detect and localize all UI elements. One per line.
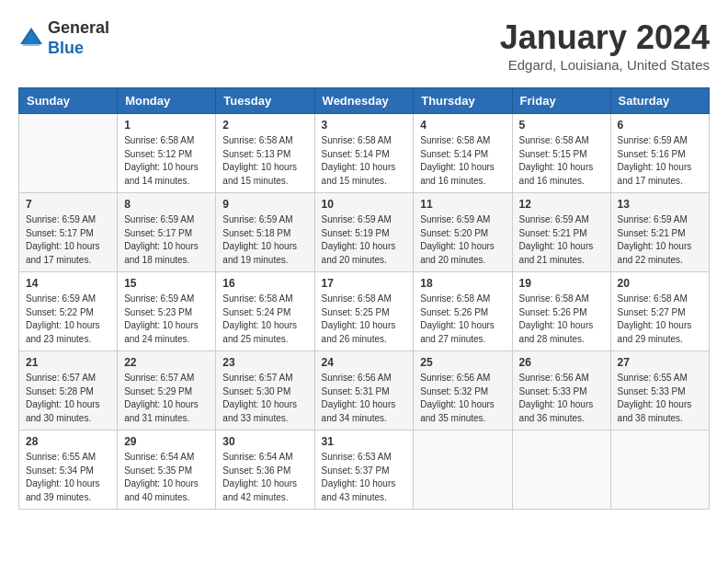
day-number: 22 — [124, 356, 209, 369]
day-number: 16 — [222, 277, 307, 290]
calendar-day-cell: 28Sunrise: 6:55 AM Sunset: 5:34 PM Dayli… — [19, 431, 118, 510]
logo-icon — [18, 26, 44, 52]
day-info: Sunrise: 6:57 AM Sunset: 5:29 PM Dayligh… — [124, 372, 209, 425]
day-number: 15 — [124, 277, 209, 290]
day-info: Sunrise: 6:59 AM Sunset: 5:17 PM Dayligh… — [26, 213, 110, 267]
day-info: Sunrise: 6:58 AM Sunset: 5:24 PM Dayligh… — [222, 293, 307, 346]
day-number: 20 — [618, 277, 702, 290]
calendar-week-row: 1Sunrise: 6:58 AM Sunset: 5:12 PM Daylig… — [19, 114, 710, 193]
weekday-header: Monday — [118, 88, 216, 114]
day-number: 24 — [322, 356, 407, 369]
day-info: Sunrise: 6:59 AM Sunset: 5:23 PM Dayligh… — [124, 293, 209, 346]
weekday-header: Thursday — [414, 88, 512, 114]
day-number: 26 — [519, 356, 604, 369]
day-info: Sunrise: 6:59 AM Sunset: 5:17 PM Dayligh… — [124, 213, 209, 267]
calendar-day-cell: 8Sunrise: 6:59 AM Sunset: 5:17 PM Daylig… — [118, 193, 216, 272]
calendar-day-cell: 23Sunrise: 6:57 AM Sunset: 5:30 PM Dayli… — [216, 351, 314, 431]
day-number: 10 — [322, 198, 407, 211]
logo-blue: Blue — [48, 39, 109, 59]
weekday-header: Wednesday — [314, 88, 414, 114]
day-info: Sunrise: 6:58 AM Sunset: 5:14 PM Dayligh… — [322, 134, 407, 188]
calendar-day-cell: 6Sunrise: 6:59 AM Sunset: 5:16 PM Daylig… — [610, 114, 709, 193]
day-number: 28 — [26, 435, 110, 448]
day-number: 13 — [618, 198, 702, 211]
calendar-day-cell: 17Sunrise: 6:58 AM Sunset: 5:25 PM Dayli… — [314, 272, 414, 351]
day-number: 11 — [420, 198, 505, 211]
day-info: Sunrise: 6:59 AM Sunset: 5:21 PM Dayligh… — [519, 213, 604, 267]
calendar-day-cell: 4Sunrise: 6:58 AM Sunset: 5:14 PM Daylig… — [414, 114, 512, 193]
calendar-day-cell: 26Sunrise: 6:56 AM Sunset: 5:33 PM Dayli… — [512, 351, 610, 431]
logo: General Blue — [18, 18, 109, 58]
day-info: Sunrise: 6:58 AM Sunset: 5:26 PM Dayligh… — [519, 293, 604, 346]
day-info: Sunrise: 6:54 AM Sunset: 5:36 PM Dayligh… — [222, 451, 307, 504]
day-number: 18 — [420, 277, 505, 290]
calendar-day-cell: 2Sunrise: 6:58 AM Sunset: 5:13 PM Daylig… — [216, 114, 314, 193]
calendar-day-cell: 16Sunrise: 6:58 AM Sunset: 5:24 PM Dayli… — [216, 272, 314, 351]
calendar-day-cell: 22Sunrise: 6:57 AM Sunset: 5:29 PM Dayli… — [118, 351, 216, 431]
calendar-week-row: 14Sunrise: 6:59 AM Sunset: 5:22 PM Dayli… — [19, 272, 710, 351]
day-info: Sunrise: 6:53 AM Sunset: 5:37 PM Dayligh… — [322, 451, 407, 504]
day-info: Sunrise: 6:58 AM Sunset: 5:14 PM Dayligh… — [420, 134, 505, 188]
calendar-day-cell: 11Sunrise: 6:59 AM Sunset: 5:20 PM Dayli… — [414, 193, 512, 272]
calendar-day-cell — [512, 431, 610, 510]
day-number: 2 — [222, 119, 307, 132]
calendar-day-cell: 13Sunrise: 6:59 AM Sunset: 5:21 PM Dayli… — [610, 193, 709, 272]
day-info: Sunrise: 6:59 AM Sunset: 5:20 PM Dayligh… — [420, 213, 505, 267]
calendar-day-cell: 31Sunrise: 6:53 AM Sunset: 5:37 PM Dayli… — [314, 431, 414, 510]
day-info: Sunrise: 6:58 AM Sunset: 5:26 PM Dayligh… — [420, 293, 505, 346]
day-number: 7 — [26, 198, 110, 211]
calendar-day-cell: 7Sunrise: 6:59 AM Sunset: 5:17 PM Daylig… — [19, 193, 118, 272]
calendar-day-cell: 30Sunrise: 6:54 AM Sunset: 5:36 PM Dayli… — [216, 431, 314, 510]
calendar-day-cell — [414, 431, 512, 510]
logo-text: General Blue — [48, 18, 109, 58]
calendar-day-cell: 19Sunrise: 6:58 AM Sunset: 5:26 PM Dayli… — [512, 272, 610, 351]
day-info: Sunrise: 6:59 AM Sunset: 5:16 PM Dayligh… — [618, 134, 702, 188]
day-info: Sunrise: 6:57 AM Sunset: 5:30 PM Dayligh… — [222, 372, 307, 425]
day-info: Sunrise: 6:54 AM Sunset: 5:35 PM Dayligh… — [124, 451, 209, 504]
calendar-day-cell — [610, 431, 709, 510]
day-info: Sunrise: 6:58 AM Sunset: 5:12 PM Dayligh… — [124, 134, 209, 188]
day-number: 31 — [322, 435, 407, 448]
day-number: 5 — [519, 119, 604, 132]
day-number: 12 — [519, 198, 604, 211]
day-number: 21 — [26, 356, 110, 369]
day-info: Sunrise: 6:55 AM Sunset: 5:33 PM Dayligh… — [618, 372, 702, 425]
day-info: Sunrise: 6:55 AM Sunset: 5:34 PM Dayligh… — [26, 451, 110, 504]
calendar-day-cell — [19, 114, 118, 193]
day-info: Sunrise: 6:58 AM Sunset: 5:15 PM Dayligh… — [519, 134, 604, 188]
calendar-day-cell: 21Sunrise: 6:57 AM Sunset: 5:28 PM Dayli… — [19, 351, 118, 431]
day-info: Sunrise: 6:58 AM Sunset: 5:25 PM Dayligh… — [322, 293, 407, 346]
day-info: Sunrise: 6:56 AM Sunset: 5:32 PM Dayligh… — [420, 372, 505, 425]
calendar-week-row: 28Sunrise: 6:55 AM Sunset: 5:34 PM Dayli… — [19, 431, 710, 510]
calendar-day-cell: 5Sunrise: 6:58 AM Sunset: 5:15 PM Daylig… — [512, 114, 610, 193]
calendar-day-cell: 24Sunrise: 6:56 AM Sunset: 5:31 PM Dayli… — [314, 351, 414, 431]
calendar-day-cell: 10Sunrise: 6:59 AM Sunset: 5:19 PM Dayli… — [314, 193, 414, 272]
calendar-week-row: 7Sunrise: 6:59 AM Sunset: 5:17 PM Daylig… — [19, 193, 710, 272]
calendar-day-cell: 9Sunrise: 6:59 AM Sunset: 5:18 PM Daylig… — [216, 193, 314, 272]
calendar-table: SundayMondayTuesdayWednesdayThursdayFrid… — [18, 87, 710, 510]
calendar-day-cell: 20Sunrise: 6:58 AM Sunset: 5:27 PM Dayli… — [610, 272, 709, 351]
calendar-week-row: 21Sunrise: 6:57 AM Sunset: 5:28 PM Dayli… — [19, 351, 710, 431]
calendar-day-cell: 15Sunrise: 6:59 AM Sunset: 5:23 PM Dayli… — [118, 272, 216, 351]
weekday-header: Friday — [512, 88, 610, 114]
weekday-header: Tuesday — [216, 88, 314, 114]
day-info: Sunrise: 6:59 AM Sunset: 5:19 PM Dayligh… — [322, 213, 407, 267]
calendar-day-cell: 29Sunrise: 6:54 AM Sunset: 5:35 PM Dayli… — [118, 431, 216, 510]
day-info: Sunrise: 6:58 AM Sunset: 5:13 PM Dayligh… — [222, 134, 307, 188]
weekday-header: Sunday — [19, 88, 118, 114]
calendar-day-cell: 3Sunrise: 6:58 AM Sunset: 5:14 PM Daylig… — [314, 114, 414, 193]
logo-general: General — [48, 18, 109, 39]
calendar-header-row: SundayMondayTuesdayWednesdayThursdayFrid… — [19, 88, 710, 114]
day-info: Sunrise: 6:58 AM Sunset: 5:27 PM Dayligh… — [618, 293, 702, 346]
calendar-day-cell: 12Sunrise: 6:59 AM Sunset: 5:21 PM Dayli… — [512, 193, 610, 272]
month-title: January 2024 — [500, 18, 710, 57]
day-number: 17 — [322, 277, 407, 290]
day-number: 19 — [519, 277, 604, 290]
day-number: 30 — [222, 435, 307, 448]
day-number: 4 — [420, 119, 505, 132]
day-number: 1 — [124, 119, 209, 132]
title-section: January 2024 Edgard, Louisiana, United S… — [500, 18, 710, 73]
day-number: 9 — [222, 198, 307, 211]
location-title: Edgard, Louisiana, United States — [500, 57, 710, 73]
page-header: General Blue January 2024 Edgard, Louisi… — [18, 18, 710, 73]
